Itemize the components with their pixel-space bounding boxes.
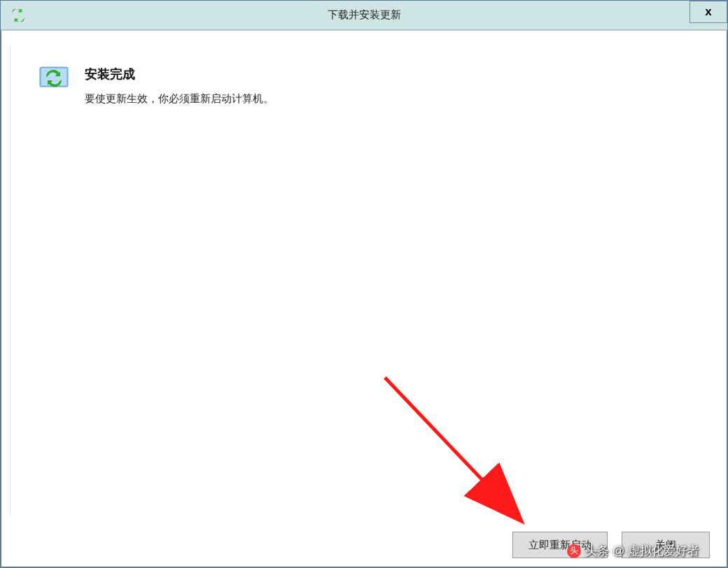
titlebar: 下载并安装更新 x — [1, 1, 727, 30]
close-icon: x — [705, 5, 711, 19]
heading: 安装完成 — [85, 66, 274, 83]
inner-panel: 安装完成 要使更新生效，你必须重新启动计算机。 — [10, 45, 718, 518]
content-area: 安装完成 要使更新生效，你必须重新启动计算机。 立即重新启动 关闭 — [1, 30, 727, 567]
message-text: 安装完成 要使更新生效，你必须重新启动计算机。 — [85, 66, 274, 106]
window-close-button[interactable]: x — [690, 1, 727, 23]
update-complete-icon — [38, 66, 69, 91]
close-button[interactable]: 关闭 — [622, 532, 710, 558]
message-row: 安装完成 要使更新生效，你必须重新启动计算机。 — [38, 66, 699, 106]
restart-now-button[interactable]: 立即重新启动 — [512, 532, 608, 558]
message-body: 要使更新生效，你必须重新启动计算机。 — [85, 92, 274, 106]
dialog-footer: 立即重新启动 关闭 — [512, 532, 710, 558]
dialog-window: 下载并安装更新 x 安装完成 要使更新生效，你必须重新启动计算机。 — [0, 0, 728, 568]
window-title: 下载并安装更新 — [328, 8, 401, 22]
window-update-icon — [10, 9, 26, 22]
